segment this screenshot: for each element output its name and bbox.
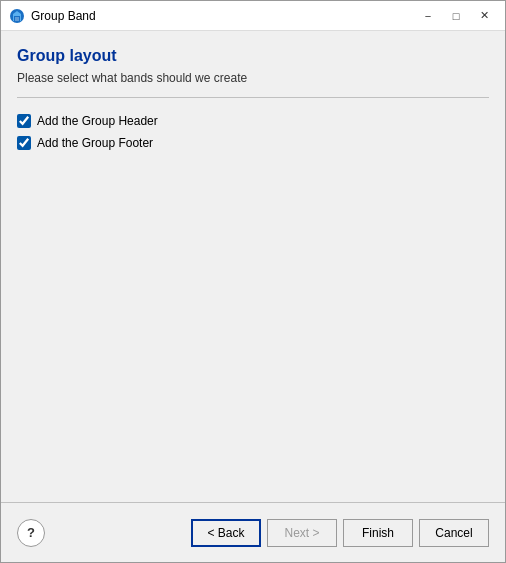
footer-left: ? <box>17 519 45 547</box>
back-button[interactable]: < Back <box>191 519 261 547</box>
svg-rect-2 <box>15 17 19 21</box>
checkbox-group: Add the Group Header Add the Group Foote… <box>17 114 489 150</box>
spacer <box>17 150 489 502</box>
content-area: Group layout Please select what bands sh… <box>1 31 505 502</box>
window-title: Group Band <box>31 9 415 23</box>
main-window: Group Band − □ ✕ Group layout Please sel… <box>0 0 506 563</box>
finish-button[interactable]: Finish <box>343 519 413 547</box>
group-header-label: Add the Group Header <box>37 114 158 128</box>
cancel-button[interactable]: Cancel <box>419 519 489 547</box>
next-button[interactable]: Next > <box>267 519 337 547</box>
description-text: Please select what bands should we creat… <box>17 71 489 85</box>
group-footer-item[interactable]: Add the Group Footer <box>17 136 489 150</box>
group-header-item[interactable]: Add the Group Header <box>17 114 489 128</box>
minimize-button[interactable]: − <box>415 6 441 26</box>
close-button[interactable]: ✕ <box>471 6 497 26</box>
group-footer-checkbox[interactable] <box>17 136 31 150</box>
app-icon <box>9 8 25 24</box>
footer-right: < Back Next > Finish Cancel <box>191 519 489 547</box>
help-button[interactable]: ? <box>17 519 45 547</box>
footer: ? < Back Next > Finish Cancel <box>1 502 505 562</box>
maximize-button[interactable]: □ <box>443 6 469 26</box>
section-title: Group layout <box>17 47 489 65</box>
group-footer-label: Add the Group Footer <box>37 136 153 150</box>
window-controls: − □ ✕ <box>415 6 497 26</box>
group-header-checkbox[interactable] <box>17 114 31 128</box>
title-bar: Group Band − □ ✕ <box>1 1 505 31</box>
divider <box>17 97 489 98</box>
